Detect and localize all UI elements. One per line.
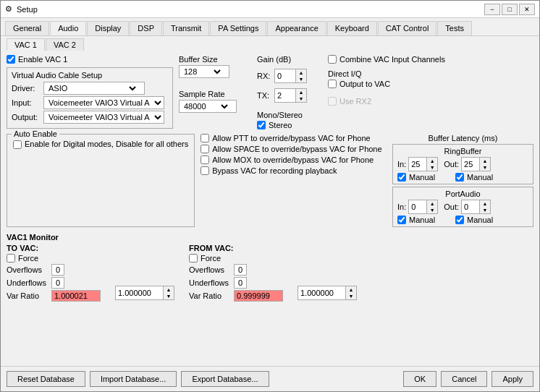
from-vac-col: FROM VAC: Force Overflows 0 Underflows 0 <box>189 244 283 302</box>
sample-rate-dropdown[interactable]: 48000 <box>179 100 237 113</box>
use-rx2-checkbox[interactable] <box>328 97 337 106</box>
reset-button[interactable]: Reset Database <box>7 371 85 387</box>
tab-cat-control[interactable]: CAT Control <box>378 21 437 35</box>
driver-select[interactable]: ASIO <box>44 82 138 94</box>
minimize-button[interactable]: − <box>484 4 500 15</box>
bottom-buttons: Reset Database Import Database... Export… <box>1 366 539 391</box>
output-to-vac-checkbox[interactable] <box>328 80 337 88</box>
digital-modes-checkbox[interactable] <box>13 140 22 149</box>
ring-in-input[interactable] <box>409 158 426 171</box>
tab-pa-settings[interactable]: PA Settings <box>210 21 266 35</box>
var-ratio2-input[interactable] <box>234 290 283 302</box>
apply-button[interactable]: Apply <box>492 371 533 387</box>
ring-out-spinner[interactable]: ▲ ▼ <box>461 157 491 171</box>
output-dropdown[interactable]: Voicemeeter VAIO3 Virtual A <box>43 111 164 124</box>
rx-down-btn[interactable]: ▼ <box>296 76 306 82</box>
sub-tab-vac1[interactable]: VAC 1 <box>7 38 45 51</box>
tab-appearance[interactable]: Appearance <box>267 21 326 35</box>
ring-out-group: Out: ▲ ▼ <box>444 157 491 171</box>
ring-manual-in-checkbox[interactable] <box>397 173 406 182</box>
spinner2-btns: ▲ ▼ <box>345 286 356 299</box>
port-out-input[interactable] <box>462 200 479 213</box>
buffer-size-dropdown[interactable]: 128 <box>179 65 229 78</box>
rx-input[interactable] <box>275 69 295 82</box>
driver-dropdown[interactable]: ASIO <box>43 82 145 95</box>
spinner1[interactable]: ▲ ▼ <box>115 286 174 300</box>
spinner2-up[interactable]: ▲ <box>346 286 356 293</box>
rx-up-btn[interactable]: ▲ <box>296 69 306 76</box>
to-vac-label: TO VAC: <box>7 244 101 252</box>
ring-in-spinner[interactable]: ▲ ▼ <box>408 157 438 171</box>
tx-spinner[interactable]: ▲ ▼ <box>274 88 307 103</box>
ring-out-dn[interactable]: ▼ <box>480 164 490 171</box>
combine-vac-checkbox[interactable] <box>328 55 337 64</box>
spinner1-input[interactable] <box>116 286 163 299</box>
rx-row: RX: ▲ ▼ <box>257 69 322 83</box>
port-in-up[interactable]: ▲ <box>427 200 437 207</box>
export-button[interactable]: Export Database... <box>181 371 269 387</box>
port-in-spinner[interactable]: ▲ ▼ <box>408 200 438 214</box>
port-manual-row: Manual Manual <box>397 216 528 224</box>
tab-audio[interactable]: Audio <box>50 21 86 35</box>
port-manual-in-checkbox[interactable] <box>397 216 406 224</box>
tab-keyboard[interactable]: Keyboard <box>327 21 377 35</box>
bypass-vac-checkbox[interactable] <box>201 166 209 175</box>
ring-out-input[interactable] <box>462 158 479 171</box>
stereo-checkbox[interactable] <box>257 121 266 129</box>
allow-ptt-row: Allow PTT to override/bypass VAC for Pho… <box>201 134 387 142</box>
allow-mox-label: Allow MOX to override/bypass VAC for Pho… <box>212 155 374 164</box>
cancel-button[interactable]: Cancel <box>441 371 487 387</box>
tab-dsp[interactable]: DSP <box>130 21 162 35</box>
sub-tab-vac2[interactable]: VAC 2 <box>46 38 84 51</box>
enable-vac-checkbox[interactable] <box>7 55 15 64</box>
spinner2[interactable]: ▲ ▼ <box>298 286 357 300</box>
combine-vac-row: Combine VAC Input Channels <box>328 55 445 64</box>
allow-mox-checkbox[interactable] <box>201 155 209 164</box>
import-button[interactable]: Import Database... <box>90 371 177 387</box>
spinner1-dn[interactable]: ▼ <box>164 293 174 299</box>
enable-vac-row: Enable VAC 1 <box>7 55 173 64</box>
allow-ptt-checkbox[interactable] <box>201 134 209 142</box>
allow-space-label: Allow SPACE to override/bypass VAC for P… <box>212 145 381 153</box>
close-button[interactable]: ✕ <box>519 4 535 15</box>
buffer-latency-section: Buffer Latency (ms) RingBuffer In: ▲ ▼ <box>392 134 533 227</box>
port-in-out-row: In: ▲ ▼ Out: <box>397 200 528 214</box>
output-select[interactable]: Voicemeeter VAIO3 Virtual A <box>44 111 164 123</box>
input-dropdown[interactable]: Voicemeeter VAIO3 Virtual A <box>43 96 164 109</box>
tab-tests[interactable]: Tests <box>437 21 472 35</box>
force1-checkbox[interactable] <box>7 254 15 263</box>
tab-transmit[interactable]: Transmit <box>163 21 209 35</box>
tab-general[interactable]: General <box>5 21 49 35</box>
var-ratio1-input[interactable] <box>51 290 101 302</box>
allow-space-checkbox[interactable] <box>201 145 209 153</box>
buffer-size-group: Buffer Size 128 <box>179 55 251 78</box>
port-out-spinner[interactable]: ▲ ▼ <box>461 200 491 214</box>
maximize-button[interactable]: □ <box>502 4 518 15</box>
ring-in-up[interactable]: ▲ <box>427 158 437 164</box>
tx-down-btn[interactable]: ▼ <box>296 95 306 102</box>
ring-manual-out-checkbox[interactable] <box>455 173 464 182</box>
tx-input[interactable] <box>275 89 295 102</box>
input-select[interactable]: Voicemeeter VAIO3 Virtual A <box>44 97 164 108</box>
ring-out-up[interactable]: ▲ <box>480 158 490 164</box>
port-in-dn[interactable]: ▼ <box>427 207 437 213</box>
buffer-size-select[interactable]: 128 <box>180 66 223 77</box>
rx-spinner[interactable]: ▲ ▼ <box>274 69 307 83</box>
tab-display[interactable]: Display <box>87 21 129 35</box>
spinner2-input[interactable] <box>298 286 345 299</box>
sample-rate-select[interactable]: 48000 <box>180 101 230 112</box>
port-manual-out-checkbox[interactable] <box>455 216 464 224</box>
driver-label: Driver: <box>12 84 41 93</box>
port-out-dn[interactable]: ▼ <box>480 207 490 213</box>
force2-checkbox[interactable] <box>189 254 198 263</box>
ok-button[interactable]: OK <box>403 371 436 387</box>
tx-label: TX: <box>257 91 271 100</box>
ring-in-dn[interactable]: ▼ <box>427 164 437 171</box>
allow-space-row: Allow SPACE to override/bypass VAC for P… <box>201 145 387 153</box>
port-out-up[interactable]: ▲ <box>480 200 490 207</box>
spinner2-dn[interactable]: ▼ <box>346 293 356 299</box>
bottom-area: VAC1 Monitor TO VAC: Force Overflows 0 <box>7 233 533 302</box>
tx-up-btn[interactable]: ▲ <box>296 89 306 95</box>
spinner1-up[interactable]: ▲ <box>164 286 174 293</box>
port-in-input[interactable] <box>409 200 426 213</box>
